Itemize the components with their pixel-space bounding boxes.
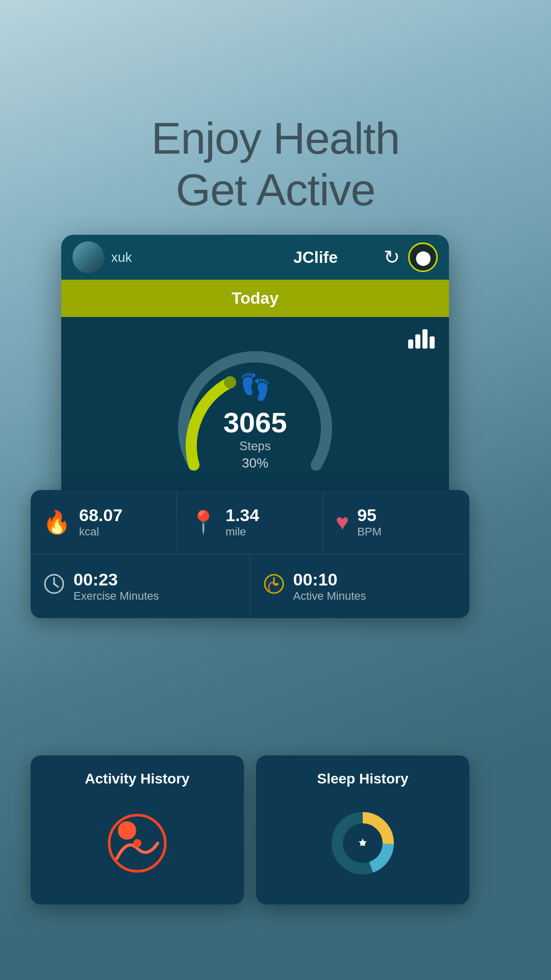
metric-bpm: ♥ 95 BPM [323, 490, 469, 554]
location-icon: 📍 [189, 509, 217, 535]
sleep-history-title: Sleep History [268, 771, 457, 787]
app-title: JClife [247, 248, 384, 267]
header-icons: ↻ ⬤ [384, 242, 438, 272]
active-data: 00:10 Active Minutes [293, 570, 366, 603]
distance-unit: mile [226, 525, 259, 538]
today-tab-label: Today [232, 289, 279, 307]
activity-history-title: Activity History [43, 771, 232, 787]
bpm-value: 95 [357, 505, 382, 525]
metric-exercise-minutes: 00:23 Exercise Minutes [31, 554, 251, 618]
steps-label: Steps [223, 439, 287, 453]
bpm-unit: BPM [357, 525, 382, 538]
flame-icon: 🔥 [43, 509, 71, 535]
exercise-unit: Exercise Minutes [73, 590, 159, 603]
sleep-chart: ★ [268, 797, 457, 889]
sleep-history-card[interactable]: Sleep History ★ [256, 755, 469, 904]
metrics-row-1: 🔥 68.07 kcal 📍 1.34 mile ♥ 95 BPM [31, 490, 469, 554]
avatar[interactable] [72, 241, 104, 273]
active-unit: Active Minutes [293, 590, 366, 603]
kcal-data: 68.07 kcal [79, 505, 122, 538]
hero-line2: Get Active [176, 164, 375, 215]
activity-chart [43, 797, 232, 889]
device-icon[interactable]: ⬤ [408, 242, 438, 272]
gauge-center-content: 👣 3065 Steps 30% [223, 372, 287, 471]
refresh-icon[interactable]: ↻ [384, 246, 400, 268]
kcal-unit: kcal [79, 525, 122, 538]
kcal-value: 68.07 [79, 505, 122, 525]
clock-icon [43, 573, 65, 600]
heart-icon: ♥ [336, 509, 349, 535]
metric-distance: 📍 1.34 mile [177, 490, 323, 554]
steps-percent: 30% [223, 455, 287, 471]
card-header: xuk JClife ↻ ⬤ [61, 235, 449, 280]
svg-point-7 [118, 821, 136, 840]
hero-line1: Enjoy Health [152, 113, 400, 163]
active-value: 00:10 [293, 570, 366, 590]
hero-title: Enjoy Health Get Active [0, 112, 551, 215]
exercise-value: 00:23 [73, 570, 159, 590]
bpm-data: 95 BPM [357, 505, 382, 538]
distance-value: 1.34 [226, 505, 259, 525]
hero-section: Enjoy Health Get Active [0, 112, 551, 215]
svg-line-2 [54, 584, 58, 587]
svg-point-8 [133, 839, 141, 847]
steps-count: 3065 [223, 406, 287, 439]
main-dashboard-card: xuk JClife ↻ ⬤ Today [61, 235, 449, 521]
username-label: xuk [111, 250, 247, 265]
active-clock-icon [263, 573, 285, 600]
bottom-cards-container: Activity History Sleep History [31, 755, 469, 904]
device-ring-icon: ⬤ [415, 249, 431, 266]
metric-kcal: 🔥 68.07 kcal [31, 490, 177, 554]
activity-history-card[interactable]: Activity History [31, 755, 244, 904]
footstep-icon: 👣 [223, 372, 287, 402]
exercise-data: 00:23 Exercise Minutes [73, 570, 159, 603]
svg-text:★: ★ [358, 836, 368, 849]
metrics-card: 🔥 68.07 kcal 📍 1.34 mile ♥ 95 BPM [31, 490, 469, 618]
step-gauge: 👣 3065 Steps 30% [77, 332, 434, 501]
metric-active-minutes: 00:10 Active Minutes [251, 554, 470, 618]
today-tab[interactable]: Today [61, 280, 449, 317]
distance-data: 1.34 mile [226, 505, 259, 538]
metrics-row-2: 00:23 Exercise Minutes 00:10 Active Minu… [31, 554, 469, 618]
